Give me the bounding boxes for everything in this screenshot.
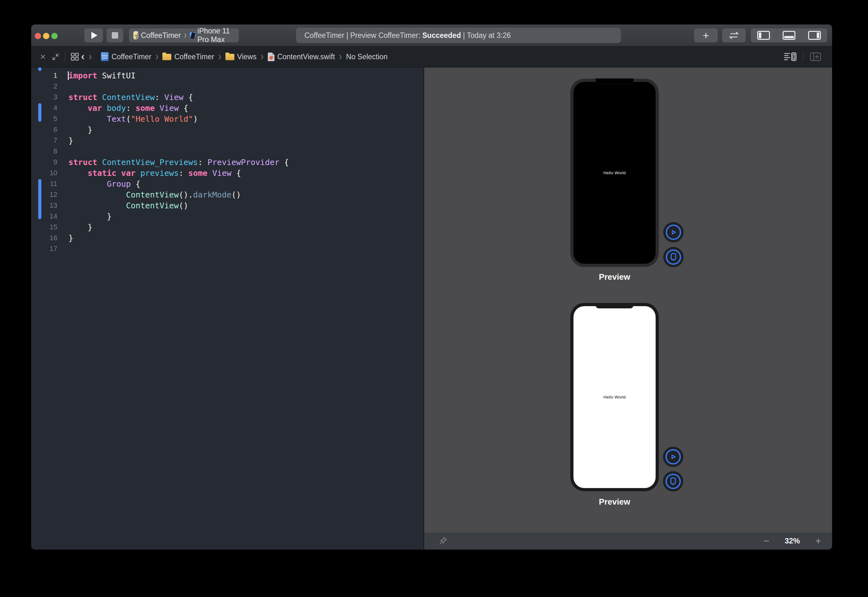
activity-status: CoffeeTimer | Preview CoffeeTimer: Succe…: [296, 28, 621, 43]
breadcrumb-label: No Selection: [346, 53, 388, 61]
breadcrumb-item[interactable]: No Selection: [346, 53, 388, 61]
breadcrumb-item[interactable]: CoffeeTimer: [101, 52, 151, 61]
line-number[interactable]: 6: [31, 126, 57, 134]
chevron-right-icon: ›: [218, 50, 221, 62]
code-line-13[interactable]: 13 ContentView(): [31, 200, 424, 211]
divider: [803, 52, 803, 61]
code-line-6[interactable]: 6 }: [31, 124, 424, 135]
code-line-15[interactable]: 15 }: [31, 222, 424, 233]
collapse-editor-button[interactable]: [52, 53, 60, 61]
line-number[interactable]: 16: [31, 234, 57, 242]
debug-panel-icon: [783, 31, 795, 40]
live-preview-button[interactable]: [663, 222, 684, 242]
preview-canvas: Hello World Preview: [424, 68, 832, 549]
line-number[interactable]: 15: [31, 223, 57, 231]
code-line-14[interactable]: 14 }: [31, 211, 424, 222]
editor-swap-button[interactable]: [722, 28, 746, 42]
code-line-7[interactable]: 7}: [31, 135, 424, 146]
status-result: Succeeded: [422, 31, 461, 40]
code-text: struct ContentView: View {: [57, 93, 193, 102]
preview-screen-dark: Hello World: [573, 82, 656, 264]
code-line-9[interactable]: 9struct ContentView_Previews: PreviewPro…: [31, 157, 424, 168]
swap-arrows-icon: [728, 31, 740, 40]
desktop: CoffeeTimer › iPhone 11 Pro Max CoffeeTi…: [0, 0, 868, 597]
code-line-12[interactable]: 12 ContentView().darkMode(): [31, 189, 424, 200]
line-number[interactable]: 11: [31, 180, 57, 188]
code-line-3[interactable]: 3struct ContentView: View {: [31, 92, 424, 102]
source-editor[interactable]: 1import SwiftUI23struct ContentView: Vie…: [31, 68, 424, 549]
add-editor-button[interactable]: [810, 52, 821, 61]
line-number[interactable]: 4: [31, 104, 57, 112]
preview-device-dark[interactable]: Hello World: [570, 79, 659, 267]
status-text: CoffeeTimer | Preview CoffeeTimer:: [304, 31, 422, 40]
zoom-out-button[interactable]: −: [764, 535, 770, 547]
related-items-grid-icon: [70, 52, 79, 61]
line-number[interactable]: 5: [31, 115, 57, 123]
line-number[interactable]: 8: [31, 147, 57, 156]
code-line-5[interactable]: 5 Text("Hello World"): [31, 113, 424, 124]
breadcrumb-item[interactable]: Views: [225, 53, 257, 61]
jump-bar: × ‹ › CoffeeTimer›CoffeeTim: [31, 46, 832, 68]
line-number[interactable]: 17: [31, 245, 57, 253]
code-line-1[interactable]: 1import SwiftUI: [31, 70, 424, 81]
inspector-panel-icon: [808, 31, 821, 40]
toggle-navigator-button[interactable]: [751, 28, 776, 42]
preview-on-device-button[interactable]: [663, 247, 684, 267]
library-add-button[interactable]: +: [694, 28, 718, 42]
line-number[interactable]: 12: [31, 190, 57, 199]
code-line-10[interactable]: 10 static var previews: some View {: [31, 168, 424, 178]
line-number[interactable]: 9: [31, 158, 57, 166]
breadcrumb-item[interactable]: ContentView.swift: [268, 53, 335, 61]
editor-options-button[interactable]: [784, 52, 797, 61]
line-number[interactable]: 2: [31, 82, 57, 91]
zoom-in-button[interactable]: +: [815, 535, 821, 547]
line-number[interactable]: 3: [31, 93, 57, 101]
code-line-8[interactable]: 8: [31, 146, 424, 157]
device-notch: [596, 79, 633, 84]
preview-content-text: Hello World: [603, 395, 626, 399]
code-text: }: [57, 233, 73, 243]
stop-button[interactable]: [107, 28, 123, 42]
preview-content-text: Hello World: [603, 171, 626, 175]
run-button[interactable]: [84, 28, 103, 42]
status-time: | Today at 3:26: [461, 31, 511, 40]
code-line-4[interactable]: 4 var body: some View {: [31, 102, 424, 113]
pin-preview-button[interactable]: [438, 536, 448, 547]
navigate-back-button[interactable]: ‹: [81, 50, 85, 62]
preview-label: Preview: [570, 272, 659, 282]
minimize-window-button[interactable]: [43, 33, 49, 39]
scheme-selector[interactable]: CoffeeTimer › iPhone 11 Pro Max: [129, 28, 239, 42]
line-number[interactable]: 10: [31, 169, 57, 177]
zoom-level: 32%: [785, 536, 800, 545]
live-preview-button[interactable]: [663, 447, 683, 467]
toggle-inspector-button[interactable]: [802, 28, 827, 42]
code-text: }: [57, 125, 92, 134]
device-circle-icon: [666, 249, 681, 265]
device-notch: [596, 303, 633, 308]
code-lines: 1import SwiftUI23struct ContentView: Vie…: [31, 70, 424, 254]
code-line-17[interactable]: 17: [31, 244, 424, 254]
line-number[interactable]: 13: [31, 201, 57, 209]
close-editor-button[interactable]: ×: [40, 51, 46, 62]
change-marker-dot: [38, 68, 41, 71]
code-line-11[interactable]: 11 Group {: [31, 178, 424, 189]
line-number[interactable]: 14: [31, 212, 57, 220]
device-circle-icon: [665, 474, 681, 489]
zoom-window-button[interactable]: [51, 33, 58, 39]
toolbar: CoffeeTimer › iPhone 11 Pro Max CoffeeTi…: [31, 25, 832, 46]
navigate-forward-button[interactable]: ›: [89, 50, 92, 62]
code-line-2[interactable]: 2: [31, 81, 424, 92]
code-line-16[interactable]: 16}: [31, 233, 424, 244]
related-items-button[interactable]: [70, 52, 79, 61]
navigator-panel-icon: [757, 31, 770, 40]
code-text: ContentView().darkMode(): [57, 190, 241, 199]
breadcrumb-item[interactable]: CoffeeTimer: [162, 53, 214, 61]
preview-on-device-button[interactable]: [663, 471, 683, 492]
preview-device-light[interactable]: Hello World: [570, 303, 659, 491]
project-app-icon: [133, 31, 139, 40]
line-number[interactable]: 1: [31, 71, 57, 80]
code-text: struct ContentView_Previews: PreviewProv…: [57, 158, 289, 167]
line-number[interactable]: 7: [31, 137, 57, 145]
close-window-button[interactable]: [35, 33, 41, 39]
toggle-debug-area-button[interactable]: [776, 28, 801, 42]
